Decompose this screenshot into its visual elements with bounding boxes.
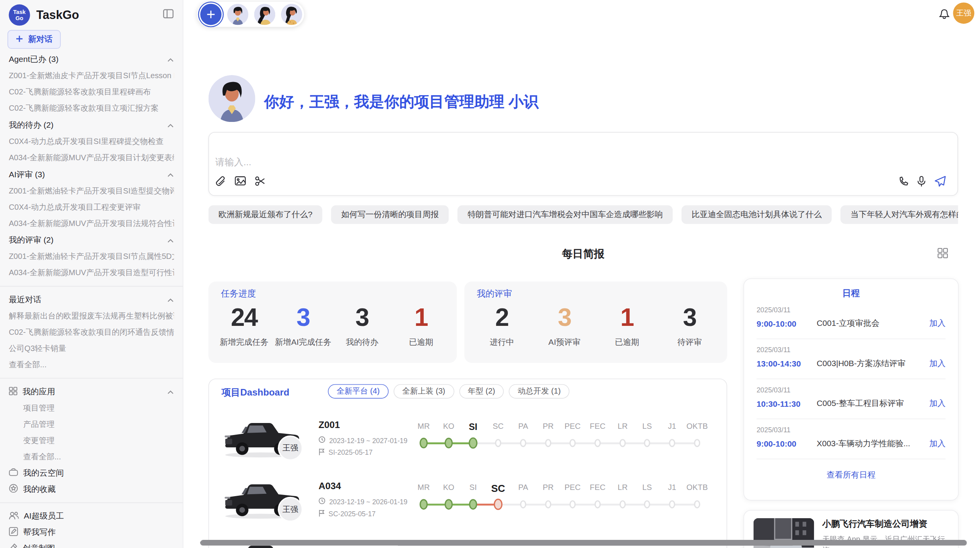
project-next-milestone: SC-2025-05-17 [319,509,375,518]
section-header-recent-chats[interactable]: 最近对话 [9,291,174,308]
stat-new-done[interactable]: 24新增完成任务 [215,303,274,363]
sidebar-item[interactable]: C0X4-动力总成开发项目SI里程碑提交物检查 [9,133,174,149]
tool-help-me-write[interactable]: 帮我写作 [9,524,174,541]
sidebar-item[interactable]: Z001-全新燃油皮卡产品开发项目SI节点Lesson Learn报告 [9,68,174,84]
section-header-my-review[interactable]: 我的评审 (2) [9,232,174,248]
milestone-dot [669,500,675,509]
milestone-label: LS [642,483,652,492]
sidebar-item[interactable]: Z001-全新燃油轻卡产品开发项目SI造型提交物评审 [9,183,174,199]
agent-avatar[interactable] [254,4,275,25]
project-dates: 2023-12-19 ~ 2026-01-19 [319,497,408,505]
voice-call-icon[interactable] [898,176,908,189]
section-header-ai-review[interactable]: AI评审 (3) [9,166,174,183]
suggestion-chip[interactable]: 比亚迪全固态电池计划具体说了什么 [682,205,832,224]
suggestion-chip[interactable]: 特朗普可能对进口汽车增税会对中国车企造成哪些影响 [457,205,673,224]
join-meeting-link[interactable]: 加入 [929,358,946,369]
scissors-icon[interactable] [255,176,265,190]
suggestion-chip[interactable]: 欧洲新规最近颁布了什么? [208,205,322,224]
agent-avatar[interactable] [281,4,302,25]
milestone-label: FEC [590,483,605,492]
attachment-icon[interactable] [215,176,226,190]
project-dashboard-title: 项目Dashboard [221,387,289,399]
milestone-dot [620,500,626,509]
stat-in-progress[interactable]: 2进行中 [471,303,533,363]
people-icon [9,511,19,521]
main-content: 王强 你好，王强，我是你的项目管理助理 小识 欧洲新规最近颁布了什么? 如何写一… [183,0,980,548]
sidebar-item[interactable]: Z001-全新燃油轻卡产品开发项目SI节点属性5D文件评审 [9,248,174,265]
milestone-dot [694,439,700,447]
tab-new-platform[interactable]: 全新平台 (4) [328,384,388,399]
agent-avatar[interactable] [227,4,248,25]
section-header-agent-done[interactable]: Agent已办 (3) [9,51,174,68]
stat-overdue[interactable]: 1已逾期 [392,303,451,363]
milestone-label: OKTB [687,483,708,492]
app-logo: Task Go [9,4,30,26]
join-meeting-link[interactable]: 加入 [929,318,946,329]
project-row[interactable]: 王强 A034 2023-12-19 ~ 2026-01-19 SC-2025-… [209,473,726,534]
sidebar-item[interactable]: A034-全新新能源MUV产品开发项目计划变更表编写 [9,149,174,166]
my-cloud-space[interactable]: 我的云空间 [9,465,174,481]
task-progress-title: 任务进度 [221,288,256,300]
milestone-label: SC [493,422,504,431]
user-avatar[interactable]: 王强 [953,2,974,24]
chat-input[interactable] [215,156,778,167]
join-meeting-link[interactable]: 加入 [929,438,946,449]
project-code: Z001 [319,419,340,430]
notification-bell-icon[interactable] [939,8,950,22]
app-item-product-mgmt[interactable]: 产品管理 [9,416,174,432]
new-chat-button[interactable]: 新对话 [7,30,60,49]
send-icon[interactable] [934,176,946,190]
stat-ai-prereview[interactable]: 3AI预评审 [533,303,596,363]
compose-icon [9,527,18,538]
section-header-my-todo[interactable]: 我的待办 (2) [9,117,174,133]
milestone-label: KO [443,422,454,431]
stat-my-todo[interactable]: 3我的待办 [332,303,391,363]
milestone-dot [620,439,626,447]
suggestion-chip[interactable]: 如何写一份清晰的项目周报 [331,205,449,224]
event-time: 10:30-11:30 [757,399,817,408]
tab-powertrain[interactable]: 动总开发 (1) [509,384,569,399]
milestone-dot [669,439,675,447]
join-meeting-link[interactable]: 加入 [929,398,946,409]
view-all-apps[interactable]: 查看全部... [9,449,174,465]
sidebar-item[interactable]: A034-全新新能源MUV产品开发项目法规符合性评审 [9,215,174,231]
recent-chat-item[interactable]: 解释最新出台的欧盟报废车法规再生塑料比例被调至15%... [9,308,174,324]
tool-ai-super-staff[interactable]: AI超级员工 [9,508,174,524]
schedule-title: 日程 [757,288,946,299]
chevron-up-icon [167,120,174,130]
microphone-icon[interactable] [917,176,926,190]
tool-creative-drawing[interactable]: 创意制图 [9,541,174,548]
milestone-label: LR [618,483,628,492]
suggestion-chip[interactable]: 当下年轻人对汽车外观有怎样的喜好趋势 [841,205,958,224]
collapse-sidebar-icon[interactable] [163,8,174,22]
sidebar-item[interactable]: C0X4-动力总成开发项目工程变更评审 [9,199,174,215]
sidebar-item[interactable]: C02-飞腾新能源轻客改款项目立项汇报方案 [9,100,174,116]
horizontal-scrollbar[interactable] [200,540,967,546]
my-favorites[interactable]: 我的收藏 [9,481,174,497]
image-upload-icon[interactable] [235,176,246,190]
add-agent-button[interactable] [200,4,221,25]
view-all-chats[interactable]: 查看全部... [9,357,174,373]
event-title: C005-整车工程目标评审 [817,398,929,409]
recent-chat-item[interactable]: 公司Q3轻卡销量 [9,341,174,357]
stat-review-overdue[interactable]: 1已逾期 [596,303,658,363]
view-all-schedule-link[interactable]: 查看所有日程 [757,469,946,481]
my-apps-header[interactable]: 我的应用 [9,384,174,400]
stat-new-ai-done[interactable]: 3新增AI完成任务 [274,303,332,363]
project-row[interactable]: 王强 Z001 2023-12-19 ~ 2027-01-19 SI-2025-… [209,412,726,473]
milestone-dot-done [445,438,453,448]
milestone-dot [520,500,526,509]
recent-chat-item[interactable]: C02-飞腾新能源轻客改款项目的闭环通告反馈情况 [9,324,174,341]
tab-model-year[interactable]: 年型 (2) [459,384,504,399]
logo-text-top: Task [13,9,26,15]
tab-new-body[interactable]: 全新上装 (3) [394,384,454,399]
sidebar-item[interactable]: A034-全新新能源MUV产品开发项目造型可行性评审 [9,265,174,281]
stat-pending-review[interactable]: 3待评审 [658,303,721,363]
app-item-project-mgmt[interactable]: 项目管理 [9,400,174,416]
app-item-change-mgmt[interactable]: 变更管理 [9,432,174,449]
milestone-dot [520,439,526,447]
event-date: 2025/03/11 [757,306,946,313]
sidebar-item[interactable]: C02-飞腾新能源轻客改款项目里程碑画布 [9,84,174,100]
layout-grid-icon[interactable] [937,248,948,261]
milestone-label: LS [642,422,652,431]
